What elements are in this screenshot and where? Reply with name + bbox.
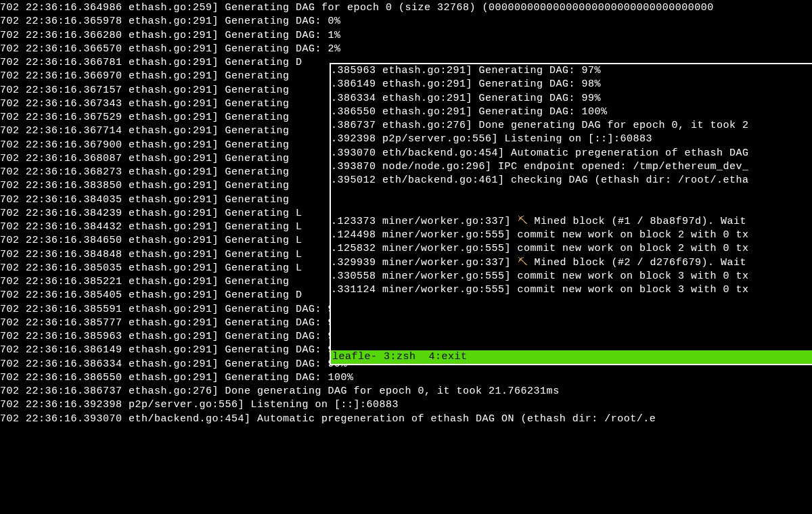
pickaxe-icon: ⛏ — [518, 257, 528, 268]
terminal-log-line: .392398 p2p/server.go:556] Listening on … — [331, 133, 812, 146]
terminal-log-line: .393870 node/node.go:296] IPC endpoint o… — [331, 160, 812, 174]
terminal-log-line — [331, 187, 812, 201]
terminal-log-line: 702 22:36:16.366570 ethash.go:291] Gener… — [0, 43, 812, 56]
terminal-log-line: .125832 miner/worker.go:555] commit new … — [331, 242, 812, 256]
terminal-log-line: .385963 ethash.go:291] Generating DAG: 9… — [331, 64, 812, 78]
terminal-log-line: 702 22:36:16.392398 p2p/server.go:556] L… — [0, 398, 812, 412]
terminal-log-line: 702 22:36:16.386737 ethash.go:276] Done … — [0, 385, 812, 398]
terminal-log-line: .386334 ethash.go:291] Generating DAG: 9… — [331, 92, 812, 106]
terminal-log-line: .329939 miner/worker.go:337] ⛏ Mined blo… — [331, 256, 812, 270]
terminal-log-line: .331124 miner/worker.go:555] commit new … — [331, 283, 812, 297]
terminal-log-line: 702 22:36:16.364986 ethash.go:259] Gener… — [0, 1, 812, 15]
terminal-log-line — [331, 202, 812, 215]
terminal-log-line: 702 22:36:16.386550 ethash.go:291] Gener… — [0, 371, 812, 385]
terminal-log-line: .386149 ethash.go:291] Generating DAG: 9… — [331, 78, 812, 91]
terminal-log-line: .395012 eth/backend.go:461] checking DAG… — [331, 174, 812, 187]
terminal-overlay-content[interactable]: .385963 ethash.go:291] Generating DAG: 9… — [331, 64, 812, 350]
terminal-log-line: .124498 miner/worker.go:555] commit new … — [331, 229, 812, 242]
terminal-log-line: 702 22:36:16.365978 ethash.go:291] Gener… — [0, 15, 812, 28]
terminal-log-line: 702 22:36:16.393070 eth/backend.go:454] … — [0, 413, 812, 426]
terminal-log-line: 702 22:36:16.366280 ethash.go:291] Gener… — [0, 29, 812, 43]
terminal-log-line: .386550 ethash.go:291] Generating DAG: 1… — [331, 106, 812, 119]
terminal-log-line: .393070 eth/backend.go:454] Automatic pr… — [331, 147, 812, 160]
pickaxe-icon: ⛏ — [518, 216, 528, 227]
terminal-log-line: .386737 ethash.go:276] Done generating D… — [331, 119, 812, 133]
terminal-overlay-window[interactable]: .385963 ethash.go:291] Generating DAG: 9… — [330, 63, 812, 365]
terminal-log-line: .330558 miner/worker.go:555] commit new … — [331, 270, 812, 283]
terminal-log-line: .123373 miner/worker.go:337] ⛏ Mined blo… — [331, 215, 812, 229]
tmux-status-bar[interactable]: leafle- 3:zsh 4:exit — [331, 350, 812, 364]
